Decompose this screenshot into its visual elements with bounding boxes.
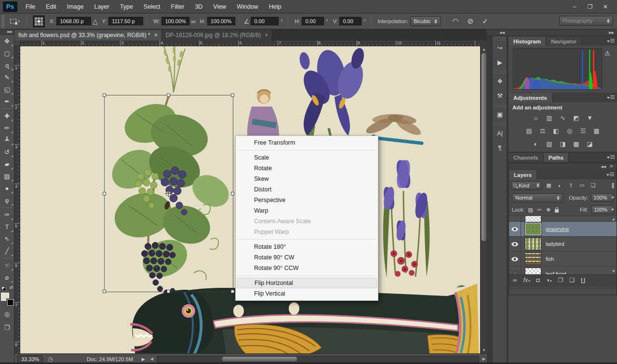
transform-handle-top-center[interactable] (167, 94, 170, 97)
shape-tool[interactable]: ╱ (0, 245, 14, 257)
path-selection-tool[interactable]: ⇖ (0, 233, 14, 245)
layer-row-fish[interactable]: fish (509, 252, 617, 267)
menu-help[interactable]: Help (264, 0, 287, 13)
rotation-field[interactable]: 0.00 (251, 17, 279, 26)
ruler-corner[interactable] (14, 40, 20, 46)
layer-style-icon[interactable]: fx▾ (523, 277, 530, 283)
context-menu-item-perspective[interactable]: Perspective (237, 195, 377, 205)
status-menu-arrow-icon[interactable]: ▶ (142, 357, 145, 362)
tab-channels[interactable]: Channels (509, 153, 544, 162)
scroll-up-icon[interactable]: ▲ (612, 217, 616, 221)
cancel-transform-icon[interactable]: ⊘ (468, 17, 474, 26)
cached-data-warning-icon[interactable]: ⚠ (604, 50, 610, 57)
hue-saturation-icon[interactable]: ▤ (524, 126, 535, 136)
lock-position-icon[interactable]: ✥ (546, 207, 550, 213)
close-icon[interactable]: × (154, 32, 158, 39)
menu-edit[interactable]: Edit (40, 0, 62, 13)
tab-layers[interactable]: Layers (509, 170, 537, 179)
document-tab-fish-and-flowers-psd[interactable]: fish and flowers.psd @ 33.3% (grapevine,… (14, 30, 162, 40)
scroll-up-icon[interactable]: ▲ (481, 47, 487, 52)
menu-layer[interactable]: Layer (89, 0, 114, 13)
scroll-right-icon[interactable]: ▶ (483, 357, 485, 361)
transform-handle-middle-right[interactable] (231, 192, 234, 195)
history-panel-icon[interactable]: ↪ (493, 40, 507, 55)
transform-handle-top-right[interactable] (231, 94, 234, 97)
visibility-well[interactable] (509, 216, 521, 221)
lock-all-icon[interactable] (555, 209, 559, 213)
visibility-toggle[interactable] (509, 252, 521, 266)
link-dimensions-icon[interactable]: ∞ (191, 18, 195, 25)
gradient-tool[interactable]: ▨ (0, 170, 14, 182)
document-tab-dp-18128-009-jpg[interactable]: DP-18128-009.jpg @ 18.2% (RGB/8)× (162, 30, 273, 40)
posterize-icon[interactable]: ▧ (544, 139, 555, 149)
new-layer-icon[interactable]: ❏ (569, 277, 575, 283)
horizontal-scroll-thumb[interactable] (222, 357, 297, 362)
relative-position-icon[interactable]: △ (93, 18, 97, 25)
horizontal-ruler[interactable]: 1234567891011 (20, 40, 480, 46)
brush-presets-panel-icon[interactable]: ⚒ (493, 88, 507, 103)
eraser-tool[interactable]: ▰ (0, 158, 14, 170)
lasso-tool[interactable]: ɋ (0, 59, 14, 71)
layer-row-partial[interactable] (509, 216, 617, 222)
swap-colors-control[interactable]: ⇄ (1, 285, 13, 292)
context-menu-item-scale[interactable]: Scale (237, 152, 377, 163)
eye-icon[interactable] (511, 227, 518, 231)
context-menu-item-flip-horizontal[interactable]: Flip Horizontal (237, 278, 377, 288)
background-color-swatch[interactable] (7, 299, 14, 306)
visibility-checkbox[interactable] (512, 271, 518, 275)
panels-collapse-button[interactable]: ▶▶ (609, 31, 614, 35)
workspace-select[interactable]: Photography (559, 16, 613, 26)
context-menu-item-skew[interactable]: Skew (237, 174, 377, 184)
menu-window[interactable]: Window (231, 0, 263, 13)
h-skew-field[interactable]: 0.00 (302, 17, 324, 26)
context-menu-item-rotate[interactable]: Rotate (237, 163, 377, 174)
close-window-icon[interactable]: ✕ (598, 3, 613, 10)
tab-adjustments[interactable]: Adjustments (509, 93, 552, 102)
tools-collapse-button[interactable]: ▶▶ (0, 29, 14, 35)
layer-name[interactable]: fish (546, 256, 554, 262)
swap-colors-icon[interactable]: ⇄ (10, 285, 13, 290)
transform-handle-bottom-center[interactable] (167, 290, 170, 293)
transform-bounding-box[interactable] (104, 95, 233, 292)
context-menu-item-rotate-90-cw[interactable]: Rotate 90° CW (237, 252, 377, 263)
scroll-down-icon[interactable]: ▼ (481, 348, 487, 352)
levels-icon[interactable]: ▥ (544, 113, 555, 123)
vibrance-icon[interactable]: ▼ (585, 113, 595, 123)
transform-handle-top-left[interactable] (103, 94, 106, 97)
lock-image-pixels-icon[interactable]: ✏ (537, 207, 542, 213)
minimize-window-icon[interactable]: – (567, 3, 582, 10)
horizontal-scrollbar[interactable] (157, 356, 479, 363)
tab-histogram[interactable]: Histogram (509, 37, 546, 46)
menu-select[interactable]: Select (138, 0, 166, 13)
type-tool[interactable]: T (0, 221, 14, 233)
layer-row-leaf-front[interactable]: leaf front (509, 267, 617, 274)
width-field[interactable]: 100.00% (161, 17, 189, 26)
layer-row-ladybird[interactable]: ladybird (509, 237, 617, 252)
dodge-tool[interactable]: φ (0, 194, 14, 206)
height-field[interactable]: 100.00% (207, 17, 235, 26)
vertical-scroll-thumb[interactable] (482, 53, 486, 241)
context-menu-item-free-transform[interactable]: Free Transform (237, 137, 377, 148)
blur-tool[interactable]: ● (0, 182, 14, 194)
transform-reference-point[interactable] (166, 191, 171, 196)
gradient-map-icon[interactable]: ▩ (571, 139, 582, 149)
visibility-toggle[interactable] (509, 237, 521, 251)
clone-stamp-tool[interactable]: ┻ (0, 134, 14, 146)
dock-collapse-button[interactable]: ◀◀ (499, 31, 505, 35)
zoom-level-field[interactable]: 33.33% (17, 355, 43, 363)
restore-window-icon[interactable]: ❐ (582, 3, 598, 10)
scroll-left-icon[interactable]: ◀ (150, 357, 153, 361)
blend-mode-select[interactable]: Normal (512, 193, 563, 202)
eyedropper-tool[interactable]: ✒ (0, 95, 14, 108)
new-group-icon[interactable]: ❐ (558, 277, 563, 283)
reference-point-locator[interactable] (33, 15, 45, 27)
x-position-field[interactable]: 1068.00 p (56, 17, 91, 26)
dock-gripper[interactable] (493, 37, 507, 40)
transform-handle-bottom-left[interactable] (103, 290, 106, 293)
panel-menu-icon[interactable] (606, 173, 614, 177)
layer-thumbnail[interactable] (525, 223, 541, 235)
exposure-icon[interactable]: ◩ (571, 113, 582, 123)
vertical-ruler[interactable]: 12345678 (14, 46, 20, 353)
context-menu-item-warp[interactable]: Warp (237, 205, 377, 216)
brush-panel-icon[interactable]: ❖ (493, 74, 507, 88)
